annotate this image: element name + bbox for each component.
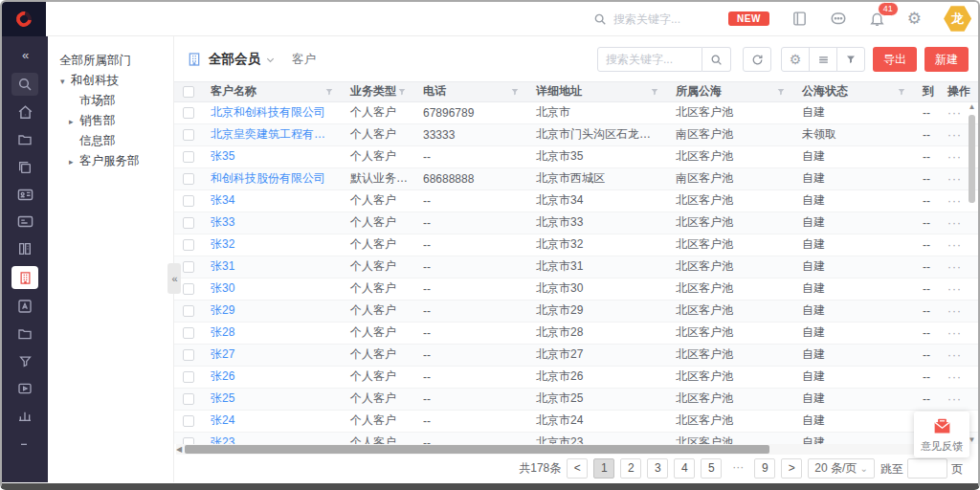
table-row[interactable]: 张31 个人客户 -- 北京市31 北区客户池 自建 -- ···	[174, 256, 978, 278]
customer-name-link[interactable]: 张35	[203, 148, 343, 165]
chart-icon[interactable]	[11, 406, 38, 426]
tree-item-market[interactable]: 市场部	[48, 91, 173, 111]
funnel-icon[interactable]	[510, 87, 520, 97]
table-row[interactable]: 和创科技股份有限公司 默认业务类型 68688888 北京市西城区 南区客户池 …	[174, 168, 978, 190]
horizontal-scroll-thumb[interactable]	[185, 445, 769, 454]
table-row[interactable]: 北京皇奕建筑工程有限公司 个人客户 33333 北京市门头沟区石龙经济... 南…	[174, 124, 978, 146]
home-icon[interactable]	[11, 102, 38, 122]
tree-item-info[interactable]: 信息部	[48, 131, 173, 151]
row-checkbox[interactable]	[183, 107, 194, 119]
funnel-icon[interactable]	[324, 87, 334, 97]
header-phone[interactable]: 电话	[415, 83, 528, 100]
filter-button[interactable]	[836, 47, 865, 72]
notebook-icon[interactable]	[791, 11, 808, 27]
row-checkbox[interactable]	[183, 195, 194, 207]
customer-name-link[interactable]: 张30	[203, 280, 343, 297]
table-search-input[interactable]	[597, 47, 702, 72]
row-checkbox[interactable]	[183, 349, 194, 361]
chevron-down-icon[interactable]	[265, 55, 276, 65]
table-row[interactable]: 北京和创科技有限公司 个人客户 67896789 北京市 北区客户池 自建 --…	[174, 102, 978, 124]
vertical-scroll-thumb[interactable]	[969, 115, 975, 203]
header-due[interactable]: 到	[915, 83, 940, 100]
columns-button[interactable]	[809, 47, 837, 72]
create-button[interactable]: 新建	[924, 47, 969, 72]
page-button-3[interactable]: 3	[647, 458, 668, 479]
search-button[interactable]	[702, 47, 731, 72]
folder-alt-icon[interactable]	[11, 323, 38, 344]
global-search-input[interactable]	[613, 12, 728, 26]
header-customer-name[interactable]: 客户名称	[203, 83, 343, 100]
funnel-icon[interactable]	[397, 87, 407, 97]
table-row[interactable]: 张35 个人客户 -- 北京市35 北区客户池 自建 -- ···	[174, 146, 978, 168]
row-checkbox[interactable]	[183, 415, 194, 427]
media-icon[interactable]	[11, 378, 38, 398]
global-search[interactable]	[593, 12, 728, 26]
page-button-5[interactable]: 5	[701, 458, 722, 479]
more-icon[interactable]	[11, 433, 38, 453]
row-checkbox[interactable]	[183, 239, 194, 251]
prev-page-button[interactable]: <	[567, 458, 588, 479]
settings-button[interactable]: ⚙	[781, 47, 810, 72]
row-checkbox[interactable]	[183, 151, 194, 163]
tree-item-service[interactable]: ▸客户服务部	[48, 151, 173, 171]
row-checkbox[interactable]	[183, 283, 194, 295]
customer-name-link[interactable]: 张34	[203, 192, 343, 209]
app-logo[interactable]	[2, 2, 46, 36]
table-row[interactable]: 张34 个人客户 -- 北京市34 北区客户池 自建 -- ···	[174, 190, 978, 212]
avatar[interactable]: 龙	[944, 5, 971, 33]
next-page-button[interactable]: >	[781, 458, 802, 479]
customer-name-link[interactable]: 张23	[203, 434, 343, 444]
scope-dropdown[interactable]: 全部会员	[209, 51, 260, 68]
table-row[interactable]: 张30 个人客户 -- 北京市30 北区客户池 自建 -- ···	[174, 278, 978, 301]
row-checkbox[interactable]	[183, 173, 194, 185]
copy-icon[interactable]	[11, 157, 38, 177]
customer-name-link[interactable]: 张33	[203, 214, 343, 231]
page-button-9[interactable]: 9	[754, 458, 775, 479]
filter-icon[interactable]	[11, 351, 38, 371]
customer-name-link[interactable]: 北京皇奕建筑工程有限公司	[203, 126, 343, 143]
gear-icon[interactable]: ⚙	[907, 11, 922, 28]
caret-down-icon[interactable]: ▾	[60, 72, 71, 92]
funnel-icon[interactable]	[897, 87, 906, 97]
customer-building-icon[interactable]	[11, 266, 38, 289]
category-label[interactable]: 客户	[292, 52, 316, 68]
row-checkbox[interactable]	[183, 371, 194, 383]
search-icon[interactable]	[11, 73, 38, 96]
caret-right-icon[interactable]: ▸	[69, 152, 79, 172]
header-address[interactable]: 详细地址	[528, 83, 668, 100]
horizontal-scrollbar[interactable]: ◀	[176, 444, 967, 455]
vertical-scrollbar[interactable]: ▲ ▼	[968, 102, 976, 444]
customer-name-link[interactable]: 张24	[203, 412, 343, 429]
folder-icon[interactable]	[11, 130, 38, 150]
customer-name-link[interactable]: 张27	[203, 346, 343, 363]
scroll-left-icon[interactable]: ◀	[176, 444, 182, 455]
funnel-icon[interactable]	[650, 87, 659, 97]
table-row[interactable]: 张27 个人客户 -- 北京市27 北区客户池 自建 -- ···	[174, 345, 978, 367]
row-checkbox[interactable]	[183, 261, 194, 273]
caret-right-icon[interactable]: ▸	[69, 112, 79, 132]
notifications[interactable]: 41	[869, 11, 885, 27]
contact-book-icon[interactable]	[11, 297, 38, 317]
table-row[interactable]: 张29 个人客户 -- 北京市29 北区客户池 自建 -- ···	[174, 301, 978, 323]
table-row[interactable]: 张32 个人客户 -- 北京市32 北区客户池 自建 -- ···	[174, 234, 978, 256]
customer-name-link[interactable]: 张25	[203, 390, 343, 407]
funnel-icon[interactable]	[776, 87, 786, 97]
library-icon[interactable]	[11, 239, 38, 259]
page-size-select[interactable]: 20 条/页 ⌄	[808, 458, 875, 479]
customer-name-link[interactable]: 张29	[203, 302, 343, 319]
new-badge[interactable]: NEW	[728, 11, 769, 26]
table-row[interactable]: 张25 个人客户 -- 北京市25 北区客户池 自建 -- ···	[174, 389, 978, 411]
customer-name-link[interactable]: 张28	[203, 324, 343, 341]
contact-card-icon[interactable]	[11, 185, 38, 205]
collapse-icon[interactable]: «	[11, 45, 38, 65]
scroll-up-icon[interactable]: ▲	[969, 102, 976, 111]
row-checkbox[interactable]	[183, 393, 194, 405]
header-business-type[interactable]: 业务类型	[343, 83, 415, 100]
table-row[interactable]: 张33 个人客户 -- 北京市33 北区客户池 自建 -- ···	[174, 212, 978, 234]
tree-collapse-handle[interactable]: «	[167, 263, 181, 294]
page-button-4[interactable]: 4	[674, 458, 695, 479]
tree-item-sales[interactable]: ▸销售部	[48, 111, 173, 131]
row-checkbox[interactable]	[183, 305, 194, 317]
contact-card-alt-icon[interactable]	[11, 212, 38, 232]
feedback-widget[interactable]: 意见反馈	[914, 412, 969, 457]
